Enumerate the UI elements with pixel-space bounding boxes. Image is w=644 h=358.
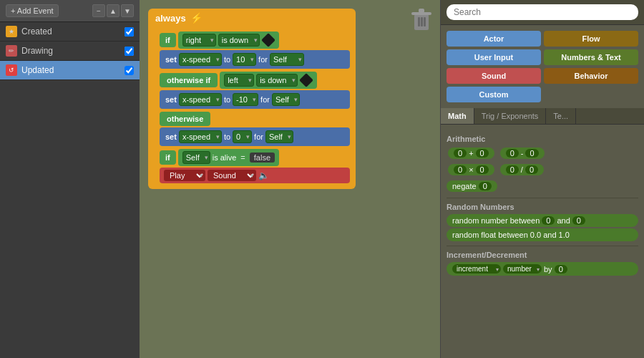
always-label: always [155, 13, 186, 24]
always-header: always ⚡ [148, 9, 356, 27]
sidebar-item-created[interactable]: ★ Created [0, 22, 140, 42]
inc-action-select[interactable]: increment decrement [452, 264, 501, 274]
increment-block[interactable]: increment decrement number by 0 [447, 262, 638, 276]
mul-left: 0 [454, 165, 467, 174]
updated-label: Updated [21, 65, 125, 75]
sidebar-item-updated[interactable]: ↺ Updated [0, 61, 140, 80]
trash-icon[interactable] [411, 9, 431, 34]
if-block-2: if Self is alive = false Play [160, 149, 350, 183]
blocks-panel: Arithmetic 0 + 0 0 - 0 0 × 0 0 / 0 [441, 125, 644, 358]
arithmetic-row-1: 0 + 0 0 - 0 [447, 146, 638, 160]
created-checkbox[interactable] [125, 27, 134, 37]
set3-target[interactable]: Self [265, 130, 293, 143]
inc-target-select[interactable]: number [503, 264, 542, 274]
negate-block[interactable]: negate 0 [447, 180, 497, 192]
if2-condition: Self is alive = false [178, 149, 279, 166]
increment-label: Increment/Decrement [447, 251, 638, 259]
sidebar-header: + Add Event − ▲ ▼ [0, 0, 140, 22]
cat-numtext-button[interactable]: Numbers & Text [544, 49, 638, 65]
mul-block[interactable]: 0 × 0 [448, 164, 494, 175]
oif-op-select[interactable]: is down is up [256, 74, 298, 87]
lightning-icon: ⚡ [190, 12, 203, 24]
otherwise-if-condition: left right is down is up [220, 72, 317, 89]
to-label-2: to [224, 95, 230, 104]
random-a: 0 [542, 216, 555, 225]
tab-trig[interactable]: Trig / Exponents [474, 108, 547, 124]
updated-checkbox[interactable] [125, 66, 134, 75]
svg-rect-4 [421, 17, 423, 26]
cat-sound-button[interactable]: Sound [447, 68, 541, 84]
if1-key-select[interactable]: right left up down [182, 34, 216, 47]
cat-flow-button[interactable]: Flow [544, 31, 638, 47]
false-val: false [250, 153, 275, 163]
right-panel: Actor Flow User Input Numbers & Text Sou… [440, 0, 644, 358]
div-left: 0 [506, 165, 519, 174]
search-input[interactable] [447, 4, 638, 20]
cat-actor-button[interactable]: Actor [447, 31, 541, 47]
set3-val[interactable]: 0 [233, 130, 252, 143]
sub-block[interactable]: 0 - 0 [500, 147, 545, 159]
for-label-1: for [258, 55, 268, 64]
if-condition-1: right left up down is down is up [178, 32, 279, 49]
if-keyword-2: if [160, 150, 176, 165]
mul-right: 0 [476, 165, 489, 174]
set-kw-3: set [165, 132, 177, 141]
set3-var[interactable]: x-speed [179, 130, 222, 143]
set-kw-2: set [165, 95, 177, 104]
drawing-checkbox[interactable] [125, 47, 134, 56]
sidebar-controls: − ▲ ▼ [92, 4, 134, 17]
oif-key-select[interactable]: left right [224, 74, 254, 87]
sidebar-down-button[interactable]: ▼ [121, 4, 134, 17]
created-icon: ★ [6, 26, 17, 37]
cat-behavior-button[interactable]: Behavior [544, 68, 638, 84]
otherwise-if-keyword: otherwise if [160, 73, 218, 87]
set1-var[interactable]: x-speed y-speed [179, 53, 222, 66]
set2-val[interactable]: -10 [233, 93, 258, 106]
div-block[interactable]: 0 / 0 [500, 164, 544, 175]
set1-target[interactable]: Self Other [270, 53, 304, 66]
random-int-prefix: random number between [452, 216, 540, 225]
set-block-2: set x-speed to -10 for Self [160, 90, 350, 109]
play-select[interactable]: Play [164, 170, 205, 181]
svg-rect-3 [418, 17, 420, 26]
random-b: 0 [572, 216, 585, 225]
is-alive-label: is alive [213, 153, 237, 162]
volume-icon: 🔈 [258, 170, 269, 180]
random-int-block[interactable]: random number between 0 and 0 [447, 214, 638, 227]
set2-var[interactable]: x-speed [179, 93, 222, 106]
if1-diamond [261, 33, 275, 47]
if1-op-select[interactable]: is down is up [218, 34, 260, 47]
sound-select[interactable]: Sound [208, 170, 256, 181]
drawing-label: Drawing [21, 46, 125, 56]
updated-icon: ↺ [6, 64, 17, 76]
add-event-button[interactable]: + Add Event [6, 4, 59, 17]
set-block-3: set x-speed to 0 for Self [160, 127, 350, 146]
arithmetic-label: Arithmetic [447, 135, 638, 143]
if-keyword-1: if [160, 33, 176, 47]
random-float-label: random float between 0.0 and 1.0 [452, 231, 570, 239]
category-grid: Actor Flow User Input Numbers & Text Sou… [441, 25, 644, 108]
tab-text[interactable]: Te... [546, 108, 576, 124]
sidebar-minus-button[interactable]: − [92, 4, 105, 17]
arithmetic-row-2: 0 × 0 0 / 0 [447, 163, 638, 177]
negate-val: 0 [479, 182, 492, 190]
by-label: by [544, 265, 552, 274]
set2-target[interactable]: Self [272, 93, 300, 106]
search-bar [441, 0, 644, 25]
otherwise-if-block: otherwise if left right is down is up [160, 72, 350, 109]
cat-userinput-button[interactable]: User Input [447, 49, 541, 65]
sidebar-item-drawing[interactable]: ✏ Drawing [0, 42, 140, 61]
sidebar: + Add Event − ▲ ▼ ★ Created ✏ Drawing ↺ … [0, 0, 140, 358]
otherwise-block: otherwise set x-speed to 0 for [160, 112, 350, 146]
created-label: Created [21, 26, 125, 37]
random-float-block[interactable]: random float between 0.0 and 1.0 [447, 228, 638, 241]
if2-self-select[interactable]: Self [182, 151, 210, 164]
sidebar-up-button[interactable]: ▲ [107, 4, 119, 17]
set1-val[interactable]: 10 5 [233, 53, 256, 66]
divider-2 [447, 246, 638, 246]
cat-custom-button[interactable]: Custom [447, 87, 541, 102]
tab-math[interactable]: Math [441, 108, 474, 124]
add-left: 0 [454, 149, 467, 158]
sub-right: 0 [525, 149, 538, 158]
add-block[interactable]: 0 + 0 [448, 147, 494, 159]
